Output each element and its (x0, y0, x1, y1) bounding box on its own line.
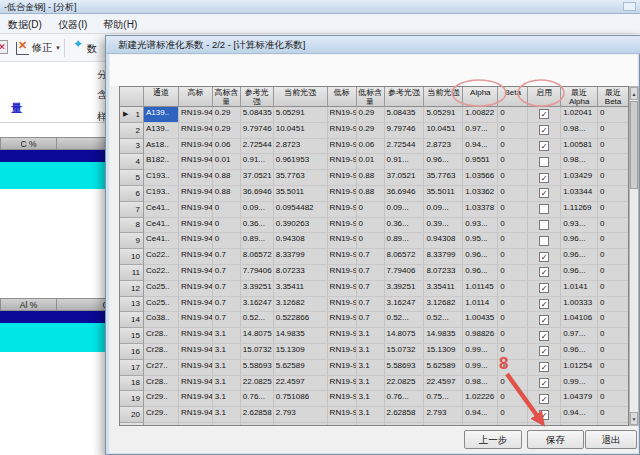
grid-cell[interactable]: 0 (498, 391, 528, 407)
grid-cell[interactable]: 3.35411 (424, 281, 463, 297)
grid-column-header-9[interactable]: Alpha (463, 87, 498, 107)
grid-cell[interactable]: 7.79406 (385, 265, 425, 281)
grid-column-header-13[interactable]: 最近Beta (598, 87, 629, 107)
grid-cell[interactable]: 15.0732 (241, 344, 274, 360)
row-header-19[interactable]: 19 (120, 391, 144, 407)
menu-item-2[interactable]: 帮助(H) (95, 15, 145, 34)
checkbox-checked[interactable]: ✓ (539, 141, 549, 151)
grid-cell[interactable]: 36.6946 (241, 186, 274, 202)
grid-cell[interactable]: 0.29 (357, 107, 385, 123)
grid-cell[interactable]: 29.0454 (274, 423, 328, 426)
grid-cell[interactable]: 29.0858 (385, 423, 425, 426)
grid-cell[interactable]: 8.07233 (424, 265, 463, 281)
grid-cell[interactable]: 3.1 (357, 328, 385, 344)
grid-column-header-8[interactable]: 当前光强 (424, 87, 463, 107)
grid-cell[interactable]: 5.62589 (424, 360, 463, 376)
checkbox-checked[interactable]: ✓ (539, 425, 549, 426)
row-header-21[interactable]: 21 (120, 423, 144, 426)
grid-cell[interactable]: RN19-94 (328, 233, 357, 249)
row-header-18[interactable]: 18 (120, 376, 144, 392)
grid-cell[interactable]: 0.01 (357, 154, 385, 170)
grid-cell[interactable]: 0.96... (424, 154, 463, 170)
grid-cell[interactable]: 3.16247 (385, 297, 425, 313)
grid-cell[interactable]: As18.. (144, 139, 179, 155)
grid-cell[interactable]: 0.06 (357, 139, 385, 155)
grid-cell[interactable]: 0.7 (213, 297, 241, 313)
grid-cell[interactable]: 0 (598, 154, 629, 170)
scrollbar-thumb[interactable] (630, 101, 638, 189)
grid-column-header-4[interactable]: 当前光强 (274, 87, 328, 107)
checkbox-checked[interactable]: ✓ (539, 252, 549, 262)
checkbox-unchecked[interactable] (539, 236, 549, 246)
grid-cell[interactable]: 0.94308 (424, 233, 463, 249)
grid-cell[interactable]: RN19-94 (328, 281, 357, 297)
grid-cell[interactable]: 0.89... (385, 233, 425, 249)
grid-cell[interactable]: 0.390263 (274, 218, 328, 234)
grid-cell[interactable]: 0.98... (561, 123, 598, 139)
grid-cell[interactable]: 0 (498, 360, 528, 376)
grid-cell[interactable]: 5.08435 (241, 107, 274, 123)
grid-cell[interactable]: 0.98... (463, 376, 498, 392)
grid-cell[interactable]: 1.0141 (561, 281, 598, 297)
grid-cell[interactable]: 0.98... (561, 154, 598, 170)
grid-cell[interactable]: 1.03378 (463, 202, 498, 218)
grid-cell[interactable]: 0 (498, 423, 528, 426)
grid-cell[interactable]: 0.93... (561, 218, 598, 234)
grid-cell[interactable]: RN19-94 (179, 202, 213, 218)
grid-cell[interactable]: 3.12682 (424, 297, 463, 313)
grid-cell[interactable]: 0.751086 (274, 391, 328, 407)
grid-cell[interactable]: 0 (598, 186, 629, 202)
grid-cell[interactable]: 0 (598, 297, 629, 313)
grid-cell[interactable]: 2.793 (274, 407, 328, 423)
grid-cell[interactable]: 0.96... (463, 249, 498, 265)
grid-cell[interactable]: RN19-94 (179, 376, 213, 392)
checkbox-checked[interactable]: ✓ (539, 378, 549, 388)
grid-cell[interactable]: RN19-94 (179, 423, 213, 426)
prev-step-button[interactable]: 上一步 (464, 430, 522, 449)
grid-cell[interactable]: 0.09... (385, 202, 425, 218)
menu-item-0[interactable]: 数据(D) (0, 15, 50, 34)
grid-cell[interactable]: RN19-94 (328, 297, 357, 313)
grid-cell[interactable]: 10.0451 (424, 123, 463, 139)
grid-cell[interactable]: 0 (598, 233, 629, 249)
grid-cell[interactable]: 37.0521 (385, 170, 425, 186)
grid-cell[interactable]: 0.52... (385, 312, 425, 328)
row-header-11[interactable]: 11 (120, 265, 144, 281)
row-header-6[interactable]: 6 (120, 186, 144, 202)
grid-cell[interactable]: 0.97... (463, 123, 498, 139)
checkbox-checked[interactable]: ✓ (539, 267, 549, 277)
grid-cell[interactable]: 0.98... (561, 423, 598, 426)
grid-cell[interactable]: 3.1 (213, 328, 241, 344)
grid-cell[interactable]: 0.52... (424, 312, 463, 328)
row-header-16[interactable]: 16 (120, 344, 144, 360)
grid-column-header-3[interactable]: 参考光强 (241, 87, 274, 107)
grid-cell[interactable]: RN19-94 (328, 170, 357, 186)
grid-cell[interactable]: 0 (498, 233, 528, 249)
grid-cell[interactable]: 0 (498, 344, 528, 360)
grid-cell[interactable]: C193.. (144, 186, 179, 202)
grid-column-header-0[interactable]: 通道 (144, 87, 179, 107)
grid-cell[interactable]: 5.62589 (274, 360, 328, 376)
dialog-title-bar[interactable]: 新建光谱标准化系数 - 2/2 - [计算标准化系数] (106, 36, 640, 54)
grid-cell[interactable]: RN19-94 (179, 186, 213, 202)
grid-cell[interactable]: 35.5011 (274, 186, 328, 202)
grid-cell[interactable]: 2.62858 (241, 407, 274, 423)
grid-cell[interactable]: 1.03566 (463, 170, 498, 186)
grid-cell[interactable]: 0.99... (463, 344, 498, 360)
grid-cell[interactable]: 0 (213, 233, 241, 249)
checkbox-unchecked[interactable] (539, 220, 549, 230)
grid-cell[interactable]: 3.1 (213, 360, 241, 376)
grid-cell[interactable]: 0 (498, 281, 528, 297)
grid-cell[interactable]: 0.7 (213, 249, 241, 265)
grid-cell[interactable]: 0 (498, 202, 528, 218)
grid-cell[interactable]: 0 (498, 265, 528, 281)
grid-cell[interactable]: 0 (498, 154, 528, 170)
grid-cell[interactable]: 1.02226 (463, 391, 498, 407)
grid-cell[interactable]: 22.0825 (385, 376, 425, 392)
grid-cell[interactable]: 0 (598, 328, 629, 344)
grid-cell[interactable]: 2.793 (424, 407, 463, 423)
scroll-up-icon[interactable]: ▲ (630, 87, 638, 100)
grid-cell[interactable]: Ce41.. (144, 202, 179, 218)
grid-cell[interactable]: 3.35411 (274, 281, 328, 297)
grid-cell[interactable]: 0.93... (463, 218, 498, 234)
